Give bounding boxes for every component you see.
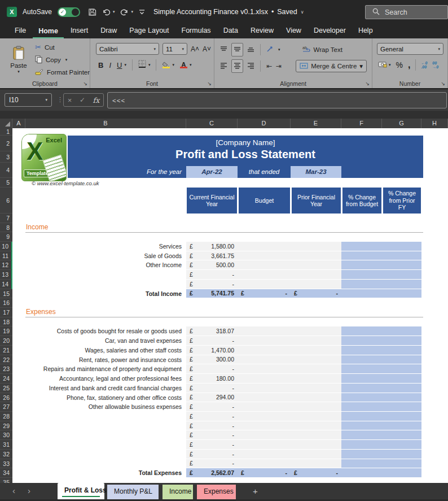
clipboard-dialog-launcher[interactable]: ↘ [83, 81, 87, 86]
row-header-7[interactable]: 7 [0, 214, 12, 223]
cell-current-fy[interactable]: £1,470.00 [186, 346, 238, 355]
row-header-21[interactable]: 21 [0, 346, 12, 355]
row-header-10[interactable]: 10 [0, 242, 12, 251]
name-box[interactable]: I10 ▾ [5, 93, 52, 107]
cell-current-fy[interactable]: £- [186, 421, 238, 431]
cell-current-fy[interactable]: £- [186, 364, 238, 374]
row-header-18[interactable]: 18 [0, 317, 12, 327]
cell-change-budget[interactable] [341, 402, 382, 412]
cell-prior-fy[interactable] [291, 412, 341, 421]
redo-button[interactable] [120, 8, 129, 16]
prev-sheet-button[interactable]: ‹ [12, 483, 15, 499]
align-left-button[interactable] [220, 61, 227, 71]
undo-dropdown-icon[interactable]: ▾ [113, 10, 115, 14]
cell-prior-fy[interactable] [291, 459, 341, 469]
ribbon-tab-file[interactable]: File [9, 24, 32, 38]
row-header-33[interactable]: 33 [0, 459, 12, 469]
total-change-prior[interactable] [382, 289, 421, 299]
cell-prior-fy[interactable] [291, 421, 341, 431]
row-header-24[interactable]: 24 [0, 374, 12, 384]
decrease-decimal-button[interactable]: 00→0 [432, 61, 438, 69]
quick-access-menu-icon[interactable] [138, 8, 146, 15]
font-color-button[interactable]: A [180, 62, 187, 68]
font-dialog-launcher[interactable]: ↘ [207, 81, 212, 86]
cell-change-budget[interactable] [341, 336, 382, 346]
cut-button[interactable]: ✂ Cut [35, 43, 55, 51]
ribbon-tab-help[interactable]: Help [353, 24, 379, 38]
cell-change-budget[interactable] [341, 384, 382, 393]
increase-indent-button[interactable]: ⇥ [276, 62, 282, 70]
row-header-27[interactable]: 27 [0, 402, 12, 412]
cell-prior-fy[interactable] [291, 280, 341, 289]
bold-button[interactable]: B [98, 61, 103, 69]
cell-current-fy[interactable]: £1,580.00 [186, 242, 238, 251]
merge-centre-button[interactable]: Merge & Centre ▾ [296, 60, 367, 72]
row-header-17[interactable]: 17 [0, 308, 12, 317]
cell-current-fy[interactable]: £- [186, 440, 238, 450]
cell-budget[interactable] [238, 280, 291, 289]
cell-prior-fy[interactable] [291, 251, 341, 261]
row-header-1[interactable]: 1 [0, 128, 12, 136]
cell-change-prior[interactable] [382, 412, 421, 421]
column-header-F[interactable]: F [341, 119, 382, 128]
cell-change-budget[interactable] [341, 326, 382, 336]
row-header-2[interactable]: 2 [0, 136, 12, 151]
cell-budget[interactable] [238, 336, 291, 346]
wrap-text-button[interactable]: ab Wrap Text [302, 46, 342, 54]
sheet-grid[interactable]: 1234567891011121314151617181920212223242… [0, 128, 448, 483]
cell-budget[interactable] [238, 402, 291, 412]
cell-current-fy[interactable]: £- [186, 412, 238, 421]
sheet-tab-income[interactable]: Income [162, 485, 193, 499]
ribbon-tab-draw[interactable]: Draw [95, 24, 122, 38]
fill-color-dropdown-icon[interactable]: ▾ [172, 63, 174, 67]
cell-change-budget[interactable] [341, 393, 382, 403]
cell-change-prior[interactable] [382, 430, 421, 440]
row-header-30[interactable]: 30 [0, 430, 12, 440]
cell-change-prior[interactable] [382, 251, 421, 261]
row-header-8[interactable]: 8 [0, 223, 12, 232]
cell-current-fy[interactable]: £300.00 [186, 355, 238, 365]
cell-current-fy[interactable]: £- [186, 384, 238, 393]
cell-change-budget[interactable] [341, 412, 382, 421]
column-header-A[interactable]: A [12, 119, 25, 128]
period-start-cell[interactable]: Apr-22 [186, 166, 238, 178]
row-header-23[interactable]: 23 [0, 364, 12, 374]
cell-budget[interactable] [238, 412, 291, 421]
cell-change-prior[interactable] [382, 280, 421, 289]
column-header-E[interactable]: E [291, 119, 341, 128]
cell-budget[interactable] [238, 384, 291, 393]
row-header-3[interactable]: 3 [0, 151, 12, 163]
accounting-format-button[interactable] [378, 60, 387, 70]
align-top-button[interactable] [220, 45, 227, 55]
ribbon-tab-developer[interactable]: Developer [308, 24, 352, 38]
cell-change-prior[interactable] [382, 326, 421, 336]
cell-budget[interactable] [238, 421, 291, 431]
copy-dropdown-icon[interactable]: ▾ [65, 58, 68, 62]
cell-current-fy[interactable]: £3,661.75 [186, 251, 238, 261]
cell-change-prior[interactable] [382, 384, 421, 393]
cell-change-prior[interactable] [382, 374, 421, 384]
cell-change-budget[interactable] [341, 355, 382, 365]
fill-color-button[interactable] [162, 62, 170, 68]
save-button[interactable] [88, 8, 96, 16]
column-header-H[interactable]: H [421, 119, 448, 128]
total-change-budget[interactable] [341, 289, 382, 299]
cell-change-prior[interactable] [382, 421, 421, 431]
row-header-26[interactable]: 26 [0, 393, 12, 403]
ribbon-tab-review[interactable]: Review [245, 24, 279, 38]
column-header-D[interactable]: D [238, 119, 291, 128]
font-color-dropdown-icon[interactable]: ▾ [190, 63, 192, 67]
chevron-down-icon[interactable]: ∨ [301, 10, 304, 15]
cell-change-budget[interactable] [341, 251, 382, 261]
borders-dropdown-icon[interactable]: ▾ [148, 63, 151, 67]
cell-current-fy[interactable]: £500.00 [186, 260, 238, 270]
cell-prior-fy[interactable] [291, 270, 341, 280]
cell-budget[interactable] [238, 374, 291, 384]
redo-dropdown-icon[interactable]: ▾ [131, 10, 134, 14]
formula-bar-handle[interactable]: ⋮ [57, 96, 63, 103]
total-change-budget[interactable] [341, 468, 382, 478]
number-dialog-launcher[interactable]: ↘ [441, 81, 445, 86]
total-prior-fy[interactable]: £- [291, 468, 341, 478]
row-header-5[interactable]: 5 [0, 178, 12, 188]
cell-budget[interactable] [238, 326, 291, 336]
